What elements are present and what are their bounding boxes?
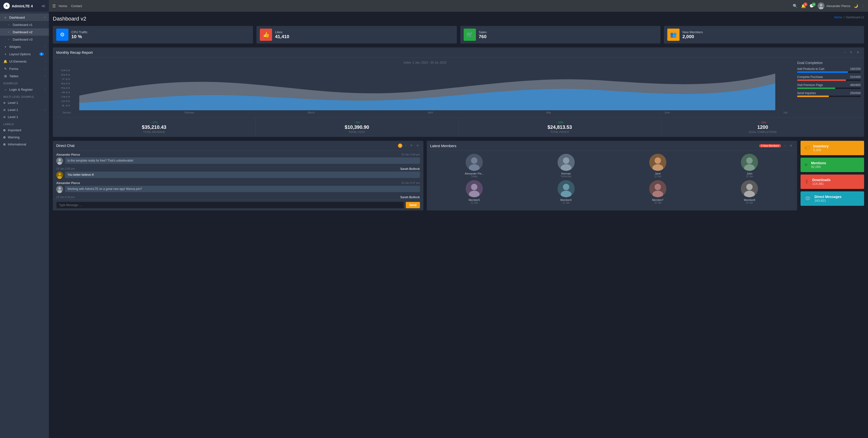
member-4[interactable]: Member5 11 Jan [430,180,519,204]
layout-icon: ▪ [3,52,7,56]
forms-label: Forms [9,67,45,71]
info-box-members[interactable]: 👥 New Members 2,000 [664,26,864,43]
members-minimize-btn[interactable]: − [782,143,787,148]
svg-text:50: 50 [61,87,70,89]
level1c-dot [3,116,5,118]
monthly-report-header: Monthly Recap Report − ✎ ✕ [53,48,864,57]
member-5[interactable]: Member6 11 Jan [521,180,611,204]
info-box-sales[interactable]: 🛒 Sales 760 [460,26,660,43]
sidebar-item-dashboard-v1[interactable]: ○ Dashboard v1 [0,21,49,28]
info-box-likes[interactable]: 👍 Likes 41,410 [256,26,457,43]
sidebar-item-widgets[interactable]: ▪ Widgets › [0,43,49,50]
sidebar-item-dashboard[interactable]: ○ Dashboard ▾ [0,14,49,21]
level1a-label: Level 1 [8,101,45,104]
topbar-more[interactable]: ⋮ [861,4,865,8]
member-0[interactable]: Alexander Pie... Today [430,154,519,178]
widgets-col: 🏷 Inventory 5,200 ♥ Mentions 92,050 ⬇ [801,141,864,211]
card-minimize-btn[interactable]: − [843,50,847,55]
goals-value: 1200 [664,124,861,130]
warning-label: Warning [8,135,45,139]
sidebar-item-dashboard-v2[interactable]: ○ Dashboard v2 [0,28,49,36]
card-close-btn[interactable]: ✕ [855,50,861,55]
svg-point-28 [563,157,569,164]
dashboard-v3-label: Dashboard v3 [13,38,45,41]
card-settings-btn[interactable]: ✎ [848,50,854,55]
goal-3-label: Send Inquiries [797,91,816,95]
topbar-search-btn[interactable]: 🔍 [793,4,798,8]
sidebar-item-level1-c[interactable]: Level 1 [0,114,49,121]
layout-arrow: › [45,53,45,56]
chat-message-0: Alexander Pierce 23 Jan 2:00 pm Is this … [56,153,420,164]
multilevel-section-label: MULTI LEVEL EXAMPLE [0,93,49,99]
sidebar-item-informational[interactable]: Informational [0,141,49,148]
goal-item-3: Send Inquiries 250/500 [797,91,861,97]
widget-mentions[interactable]: ♥ Mentions 92,050 [801,158,864,172]
sidebar-item-dashboard-v3[interactable]: ○ Dashboard v3 [0,36,49,43]
widget-inventory[interactable]: 🏷 Inventory 5,200 [801,141,864,155]
level1c-label: Level 1 [8,115,45,119]
topbar-notifications-btn[interactable]: 🔔 3 [801,4,806,8]
likes-icon: 👍 [260,29,272,41]
member-7[interactable]: Member8 10 Jan [705,180,794,204]
sidebar-item-important[interactable]: Important [0,127,49,134]
member-2-name: Jane [613,172,702,175]
member-1[interactable]: Norman Yesterday [521,154,611,178]
breadcrumb-home[interactable]: Home [834,15,842,19]
topbar-nav-contact[interactable]: Contact [71,4,82,8]
goal-2-text: 480/800 [850,83,861,87]
topbar-user[interactable]: Alexander Pierce [818,2,850,9]
sidebar-item-tables[interactable]: ⊞ Tables › [0,72,49,80]
widget-direct-messages[interactable]: 💬 Direct Messages 163,921 [801,191,864,206]
topbar-nav-home[interactable]: Home [59,4,67,8]
goal-0-bar [797,71,861,73]
sidebar-item-level1-a[interactable]: Level 1 [0,99,49,106]
sidebar-item-warning[interactable]: Warning [0,134,49,141]
member-3[interactable]: John 12 Jan [705,154,794,178]
topbar-menu-btn[interactable]: ☰ [52,4,56,8]
goal-1-text: 310/400 [850,75,861,79]
page-header: Dashboard v2 Home / Dashboard v2 [53,15,864,22]
msg1-time: 23 Jan 2:05 pm [56,167,75,170]
svg-point-43 [655,184,661,190]
chat-message-input[interactable] [56,201,404,209]
labels-section-label: LABELS [0,121,49,127]
mentions-label: Mentions [811,161,860,165]
likes-value: 41,410 [275,34,453,39]
direct-messages-icon: 💬 [804,195,811,202]
level1b-arrow: › [45,108,45,111]
sidebar-item-login[interactable]: → Login & Register › [0,86,49,93]
member-4-date: 11 Jan [430,201,519,204]
sidebar-item-forms[interactable]: ✎ Forms › [0,65,49,72]
member-6[interactable]: Member7 10 Jan [613,180,702,204]
chat-edit-btn[interactable]: ✎ [409,143,414,148]
chat-minimize-btn[interactable]: − [404,143,408,148]
sidebar-item-ui-elements[interactable]: 🔔 UI Elements › [0,58,49,65]
sales-value: 760 [479,34,657,39]
msg0-time: 23 Jan 2:00 pm [401,153,420,156]
goal-title: Goal Completion [797,61,861,65]
member-2[interactable]: Jane 12 Jan [613,154,702,178]
members-close-btn[interactable]: ✕ [788,143,794,148]
chat-close-btn[interactable]: ✕ [415,143,420,148]
theme-toggle[interactable]: 🌙 [854,4,858,8]
sidebar-item-level1-b[interactable]: Level 1 › [0,106,49,114]
svg-text:60: 60 [61,82,70,85]
content: Dashboard v2 Home / Dashboard v2 ⚙ CPU T… [49,12,868,438]
widget-downloads[interactable]: ⬇ Downloads 114,381 [801,175,864,189]
sidebar-item-layout-options[interactable]: ▪ Layout Options 6 › [0,50,49,58]
dashboard-v2-icon: ○ [7,30,11,34]
direct-chat-card: Direct Chat 5 − ✎ ✕ Alexander Pierce 23 … [53,141,423,211]
goal-item-1: Complete Purchase 310/400 [797,75,861,81]
sidebar-collapse-btn[interactable]: ≪ [41,4,45,8]
chat-title: Direct Chat [56,144,74,148]
downloads-value: 114,381 [812,182,860,186]
cpu-icon: ⚙ [56,29,68,41]
chat-messages[interactable]: Alexander Pierce 23 Jan 2:00 pm Is this … [53,151,423,199]
svg-text:10: 10 [61,104,70,107]
chat-send-btn[interactable]: Send [406,202,420,208]
info-box-cpu[interactable]: ⚙ CPU Traffic 10 % [53,26,253,43]
profit-value: $24,813.53 [462,124,658,130]
topbar-right: 🔍 🔔 3 💬 15 Alexander Pierce 🌙 [793,2,865,9]
topbar-messages-btn[interactable]: 💬 15 [809,4,814,8]
important-icon [3,129,5,131]
